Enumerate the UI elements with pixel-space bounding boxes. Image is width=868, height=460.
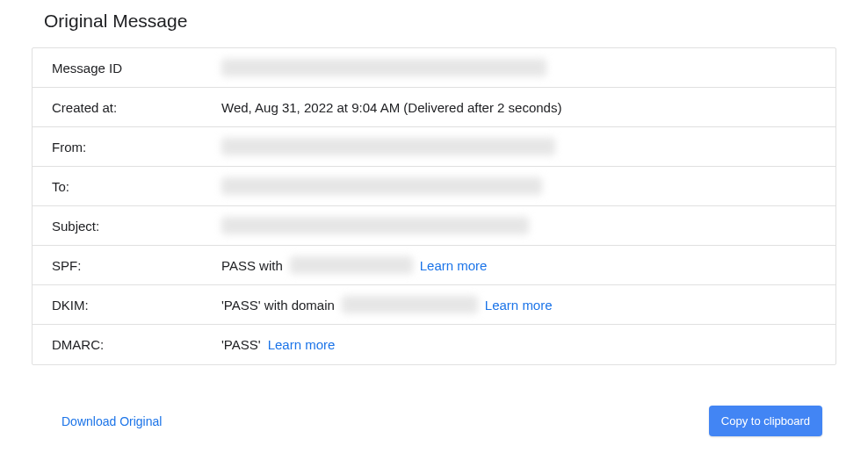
row-label-dmarc: DMARC: [52,337,221,352]
copy-to-clipboard-button[interactable]: Copy to clipboard [709,406,822,436]
row-dmarc: DMARC: 'PASS' Learn more [33,325,835,364]
dmarc-prefix: 'PASS' [221,337,261,352]
redacted-spf-domain [290,256,413,274]
row-from: From: [33,127,835,167]
row-label-spf: SPF: [52,258,221,273]
redacted-dkim-domain [342,296,478,313]
row-label-from: From: [52,140,221,155]
row-subject: Subject: [33,206,835,246]
row-value-message-id [221,59,816,76]
redacted-subject [221,217,529,234]
dkim-prefix: 'PASS' with domain [221,298,335,313]
spf-prefix: PASS with [221,258,283,273]
row-label-message-id: Message ID [52,61,221,75]
redacted-to [221,177,542,195]
row-value-dkim: 'PASS' with domain Learn more [221,296,816,313]
dkim-learn-more-link[interactable]: Learn more [485,298,553,313]
created-at-text: Wed, Aug 31, 2022 at 9:04 AM (Delivered … [221,100,561,115]
download-original-link[interactable]: Download Original [61,414,162,428]
row-value-subject [221,217,816,234]
row-label-created-at: Created at: [52,100,221,115]
row-value-dmarc: 'PASS' Learn more [221,337,816,352]
row-dkim: DKIM: 'PASS' with domain Learn more [33,285,835,325]
spf-learn-more-link[interactable]: Learn more [420,258,488,273]
redacted-from [221,138,555,155]
redacted-message-id [221,59,546,76]
actions-bar: Download Original Copy to clipboard [32,406,836,436]
row-spf: SPF: PASS with Learn more [33,246,835,285]
row-message-id: Message ID [33,48,835,88]
row-label-dkim: DKIM: [52,298,221,313]
row-label-to: To: [52,179,221,194]
row-value-to [221,177,816,195]
row-value-spf: PASS with Learn more [221,256,816,274]
row-created-at: Created at: Wed, Aug 31, 2022 at 9:04 AM… [33,88,835,127]
row-to: To: [33,167,835,206]
row-value-from [221,138,816,155]
row-value-created-at: Wed, Aug 31, 2022 at 9:04 AM (Delivered … [221,100,816,115]
row-label-subject: Subject: [52,219,221,234]
page-title: Original Message [44,11,836,32]
dmarc-learn-more-link[interactable]: Learn more [268,337,336,352]
headers-table: Message ID Created at: Wed, Aug 31, 2022… [32,47,836,365]
original-message-panel: Original Message Message ID Created at: … [0,0,868,457]
